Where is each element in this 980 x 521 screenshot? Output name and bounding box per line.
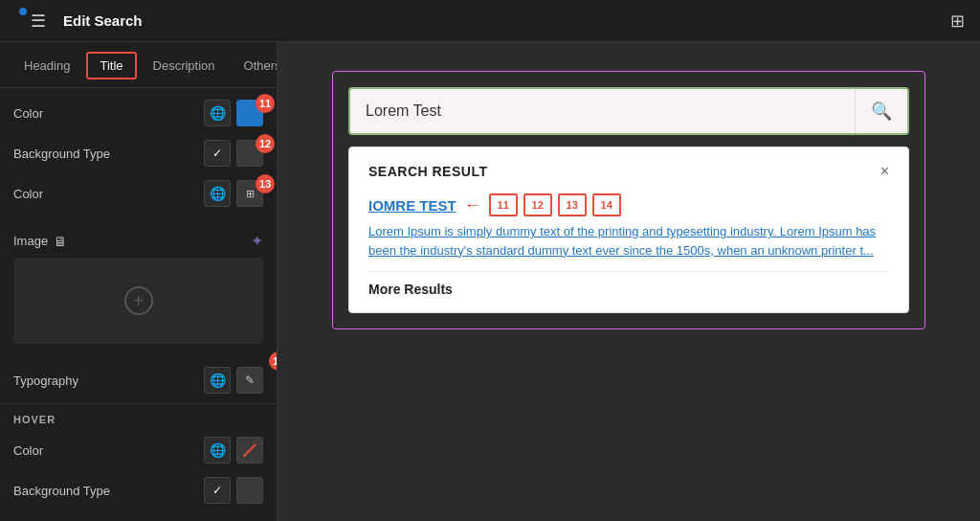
typography-edit-btn[interactable]: ✎ (236, 367, 263, 394)
result-link[interactable]: IOMRE TEST (368, 197, 457, 214)
background-type-label: Background Type (13, 147, 110, 161)
preview-container: 🔍 SEARCH RESULT × IOMRE TEST ← 11 (332, 71, 925, 329)
result-badge-12: 12 (523, 193, 552, 216)
globe-icon-2: 🌐 (210, 186, 226, 201)
color-label: Color (13, 106, 43, 121)
arrow-indicator: ← (464, 195, 481, 215)
result-item: IOMRE TEST ← 11 12 13 14 Lorem Ipsum is … (368, 193, 889, 260)
hover-globe-icon: 🌐 (210, 442, 226, 458)
typography-globe-btn[interactable]: 🌐 (204, 367, 231, 394)
tab-title[interactable]: Title (86, 52, 136, 79)
image-text: Image (13, 234, 48, 248)
image-placeholder[interactable]: + (13, 258, 263, 344)
result-description: Lorem Ipsum is simply dummy text of the … (368, 222, 889, 260)
bg-check-btn[interactable]: ✓ (204, 140, 231, 167)
search-button[interactable]: 🔍 (855, 89, 907, 133)
top-bar-left: ☰ Edit Search (15, 11, 143, 32)
color-section: Color 🌐 11 Background Type ✓ 12 (0, 88, 277, 232)
color-row-2: Color 🌐 ⊞ 13 (13, 180, 263, 207)
result-badges: 11 12 13 14 (489, 193, 621, 216)
sidebar: Heading Title Description Others Color 🌐… (0, 42, 278, 521)
result-header: SEARCH RESULT × (368, 163, 889, 180)
hover-bg-row: Background Type ✓ (13, 477, 263, 504)
globe-icon: 🌐 (210, 105, 226, 121)
arrow-left-icon: ← (464, 195, 481, 215)
hover-globe-btn[interactable]: 🌐 (204, 437, 231, 464)
content-area: 🔍 SEARCH RESULT × IOMRE TEST ← 11 (278, 42, 980, 521)
page-title: Edit Search (63, 12, 143, 29)
badge-14: 14 (269, 351, 278, 371)
status-dot (19, 8, 27, 15)
main-layout: Heading Title Description Others Color 🌐… (0, 42, 980, 521)
hover-color-controls: 🌐 (204, 437, 263, 464)
badge-11: 11 (256, 94, 275, 113)
search-input[interactable] (350, 91, 855, 131)
background-type-row: Background Type ✓ 12 (13, 140, 263, 167)
hover-color-label: Color (13, 443, 43, 458)
tab-description[interactable]: Description (141, 53, 228, 79)
hamburger-icon[interactable]: ☰ (31, 11, 46, 32)
result-badge-13: 13 (558, 193, 587, 216)
hover-title: HOVER (13, 414, 263, 425)
image-label: Image 🖥 (13, 234, 67, 249)
hover-check-btn[interactable]: ✓ (204, 477, 231, 504)
typography-controls: 🌐 ✎ 14 (204, 367, 263, 394)
color-row: Color 🌐 11 (13, 100, 263, 126)
result-title: SEARCH RESULT (368, 164, 487, 179)
close-button[interactable]: × (880, 163, 889, 180)
scatter-icon[interactable]: ✦ (251, 232, 263, 250)
top-bar: ☰ Edit Search ⊞ (0, 0, 980, 42)
typography-row: Typography 🌐 ✎ 14 (0, 357, 277, 403)
image-section: Image 🖥 ✦ + (0, 232, 277, 357)
hover-color-swatch[interactable] (236, 437, 263, 464)
search-result-panel: SEARCH RESULT × IOMRE TEST ← 11 12 13 1 (348, 147, 909, 313)
badge-12: 12 (256, 134, 275, 153)
monitor-icon: 🖥 (54, 234, 67, 249)
tab-others[interactable]: Others (232, 53, 278, 79)
result-item-header: IOMRE TEST ← 11 12 13 14 (368, 193, 889, 216)
typography-label: Typography (13, 374, 78, 388)
tabs-row: Heading Title Description Others (0, 42, 277, 88)
result-badge-11: 11 (489, 193, 518, 216)
hover-bg-label: Background Type (13, 484, 110, 498)
color-controls-2: 🌐 ⊞ 13 (204, 180, 263, 207)
hover-swatch-btn[interactable] (236, 477, 263, 504)
tab-heading[interactable]: Heading (11, 53, 82, 79)
color-label-2: Color (13, 187, 43, 201)
hover-section: HOVER Color 🌐 Background Type ✓ (0, 403, 277, 521)
more-results-link[interactable]: More Results (368, 271, 889, 297)
hover-bg-controls: ✓ (204, 477, 263, 504)
grid-dots-icon: ⊞ (246, 188, 255, 200)
hover-color-row: Color 🌐 (13, 437, 263, 464)
image-label-row: Image 🖥 ✦ (13, 232, 263, 250)
badge-13: 13 (256, 174, 275, 193)
search-input-wrapper: 🔍 (348, 87, 909, 135)
typography-globe-icon: 🌐 (210, 373, 226, 388)
globe-btn-color[interactable]: 🌐 (204, 100, 231, 126)
add-image-btn[interactable]: + (124, 286, 153, 315)
bg-controls: ✓ 12 (204, 140, 263, 167)
grid-icon[interactable]: ⊞ (950, 11, 965, 32)
color-controls: 🌐 11 (204, 100, 263, 126)
result-badge-14: 14 (592, 193, 621, 216)
globe-btn-2[interactable]: 🌐 (204, 180, 231, 207)
